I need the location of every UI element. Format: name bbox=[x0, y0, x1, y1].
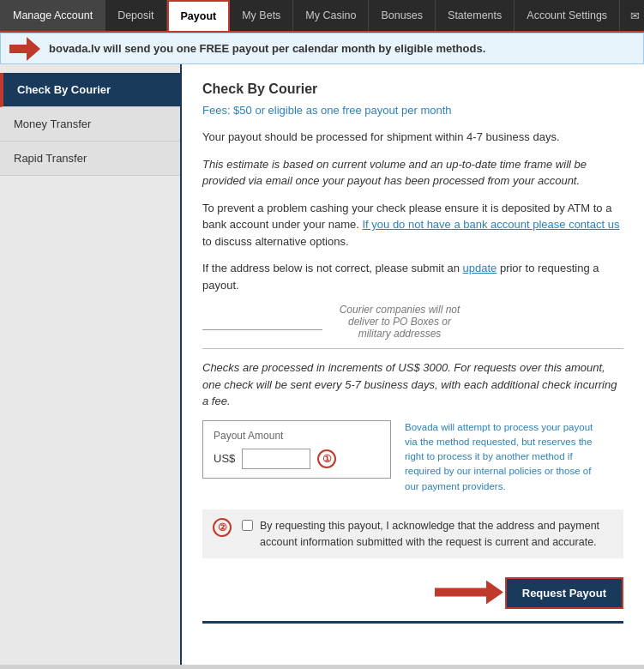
checkbox-label: By requesting this payout, I acknowledge… bbox=[260, 518, 613, 551]
nav-bonuses[interactable]: Bonuses bbox=[369, 0, 436, 31]
currency-label: US$ bbox=[214, 452, 235, 465]
circle-1-indicator: ① bbox=[317, 449, 336, 468]
bottom-border bbox=[202, 621, 623, 624]
circle-2-indicator: ② bbox=[213, 518, 232, 537]
nav-deposit[interactable]: Deposit bbox=[105, 0, 166, 31]
fees-line: Fees: $50 or eligible as one free payout… bbox=[202, 104, 623, 117]
para-estimate: This estimate is based on current volume… bbox=[202, 156, 623, 190]
nav-my-bets[interactable]: My Bets bbox=[230, 0, 293, 31]
nav-manage-account[interactable]: Manage Account bbox=[0, 0, 105, 31]
courier-line bbox=[202, 329, 322, 330]
nav-my-casino[interactable]: My Casino bbox=[293, 0, 369, 31]
increments-text: Checks are processed in increments of US… bbox=[202, 359, 623, 410]
sidebar-item-rapid-transfer[interactable]: Rapid Transfer bbox=[0, 142, 180, 176]
para-address: If the address below is not correct, ple… bbox=[202, 260, 623, 293]
nav-payout[interactable]: Payout bbox=[167, 0, 231, 31]
courier-note: Courier companies will not deliver to PO… bbox=[331, 304, 468, 340]
para-bank-after: to discuss alternative options. bbox=[202, 235, 349, 248]
para-bank-link[interactable]: If you do not have a bank account please… bbox=[362, 218, 619, 231]
payout-input-row: US$ ① bbox=[214, 449, 380, 469]
para-bank-account: To prevent a problem cashing your check … bbox=[202, 200, 623, 250]
para-address-before: If the address below is not correct, ple… bbox=[202, 262, 460, 274]
para-shipment: Your payout should be processed for ship… bbox=[202, 129, 623, 146]
info-banner: bovada.lv will send you one FREE payout … bbox=[0, 33, 644, 64]
content-title: Check By Courier bbox=[202, 81, 623, 97]
sidebar: Check By Courier Money Transfer Rapid Tr… bbox=[0, 64, 180, 665]
courier-note-area: Courier companies will not deliver to PO… bbox=[202, 304, 623, 340]
payout-amount-row: Payout Amount US$ ① Bovada will attempt … bbox=[202, 420, 623, 494]
update-link[interactable]: update bbox=[463, 262, 497, 274]
nav-statements[interactable]: Statements bbox=[436, 0, 515, 31]
divider bbox=[202, 348, 623, 349]
request-payout-button[interactable]: Request Payout bbox=[505, 577, 623, 609]
content-area: Check By Courier Fees: $50 or eligible a… bbox=[180, 64, 644, 665]
sidebar-item-money-transfer[interactable]: Money Transfer bbox=[0, 107, 180, 142]
top-navigation: Manage Account Deposit Payout My Bets My… bbox=[0, 0, 644, 33]
nav-account-settings[interactable]: Account Settings bbox=[515, 0, 620, 31]
svg-marker-0 bbox=[9, 37, 40, 61]
payout-amount-box: Payout Amount US$ ① bbox=[202, 420, 391, 479]
payout-amount-input[interactable] bbox=[242, 449, 310, 469]
request-arrow-icon bbox=[435, 580, 503, 606]
svg-marker-1 bbox=[435, 580, 503, 604]
checkbox-row: ② By requesting this payout, I acknowled… bbox=[202, 509, 623, 559]
payout-note: Bovada will attempt to process your payo… bbox=[405, 420, 593, 494]
acknowledge-checkbox[interactable] bbox=[242, 520, 253, 531]
banner-text: bovada.lv will send you one FREE payout … bbox=[49, 42, 485, 55]
payout-amount-label: Payout Amount bbox=[214, 430, 380, 442]
payout-amount-section: Payout Amount US$ ① bbox=[202, 420, 391, 479]
main-container: Check By Courier Money Transfer Rapid Tr… bbox=[0, 64, 644, 665]
nav-mail-icon[interactable]: ✉ bbox=[620, 0, 644, 31]
banner-arrow-icon bbox=[9, 37, 40, 61]
request-payout-row: Request Payout bbox=[202, 572, 623, 614]
sidebar-item-check-by-courier[interactable]: Check By Courier bbox=[0, 73, 180, 107]
